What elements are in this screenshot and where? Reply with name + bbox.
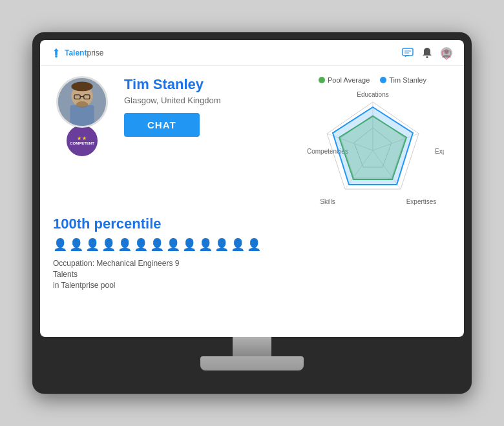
- svg-text:Skills: Skills: [320, 198, 335, 205]
- profile-name: Tim Stanley: [124, 76, 281, 93]
- logo-highlight: Talent: [65, 48, 87, 57]
- legend-pool-average: Pool Average: [319, 76, 370, 84]
- competent-badge: ★★ COMPETENT: [65, 124, 99, 157]
- svg-text:Experiences: Experiences: [435, 148, 444, 155]
- person-icon: 👤: [85, 238, 100, 252]
- stand-neck: [233, 337, 271, 356]
- badge-label: COMPETENT: [70, 141, 94, 146]
- legend-label-pool: Pool Average: [328, 76, 370, 84]
- person-icon: 👤: [166, 238, 180, 252]
- svg-text:Expertises: Expertises: [406, 198, 436, 205]
- svg-text:Educations: Educations: [357, 91, 388, 98]
- svg-point-5: [426, 56, 428, 58]
- legend-dot-tim: [380, 77, 386, 83]
- person-icon: 👤: [231, 238, 245, 252]
- avatar-person: [58, 78, 106, 126]
- person-icon: 👤: [247, 238, 261, 252]
- svg-point-15: [76, 101, 89, 107]
- radar-chart: Educations Experiences Expertises Skills…: [302, 89, 444, 215]
- svg-rect-9: [70, 105, 94, 128]
- profile-location: Glasgow, United Kingdom: [124, 96, 281, 105]
- people-icons: 👤 👤 👤 👤 👤 👤 👤 👤 👤 👤 👤 👤 👤: [53, 238, 451, 252]
- percentile-section: 100th percentile 👤 👤 👤 👤 👤 👤 👤 👤 👤 👤: [53, 216, 451, 290]
- person-icon: 👤: [118, 238, 132, 252]
- logo: Talentprise: [50, 47, 103, 59]
- stand-base: [200, 356, 304, 370]
- bottom-section: 100th percentile 👤 👤 👤 👤 👤 👤 👤 👤 👤 👤: [53, 216, 451, 290]
- monitor: Talentprise: [32, 32, 472, 394]
- person-icon: 👤: [182, 238, 196, 252]
- legend-label-tim: Tim Stanley: [389, 76, 426, 84]
- profile-left: ★★ COMPETENT: [53, 76, 111, 157]
- chat-bubble-icon[interactable]: [401, 46, 415, 60]
- top-section: ★★ COMPETENT Tim Stanley Glasgow, United…: [53, 76, 451, 205]
- legend-dot-pool: [319, 77, 325, 83]
- badge-stars: ★★: [77, 136, 87, 141]
- person-icon: 👤: [69, 238, 83, 252]
- profile-info: Tim Stanley Glasgow, United Kingdom CHAT: [124, 76, 281, 137]
- person-icon: 👤: [215, 238, 229, 252]
- person-icon: 👤: [198, 238, 213, 252]
- svg-marker-0: [54, 48, 58, 55]
- person-icon: 👤: [134, 238, 148, 252]
- svg-marker-30: [333, 107, 413, 185]
- avatar: [56, 76, 108, 128]
- favorite-icon[interactable]: ♡: [441, 48, 452, 63]
- radar-wrapper: Educations Experiences Expertises Skills…: [302, 89, 444, 205]
- screen: Talentprise: [40, 40, 464, 337]
- person-icon: 👤: [101, 238, 116, 252]
- chat-button[interactable]: CHAT: [124, 113, 200, 137]
- legend-tim-stanley: Tim Stanley: [380, 76, 426, 84]
- header: Talentprise: [40, 40, 464, 66]
- person-icon: 👤: [53, 238, 67, 252]
- svg-point-11: [71, 82, 92, 92]
- occupation-text: Occupation: Mechanical Engineers 9 Talen…: [53, 258, 182, 290]
- main-content: ♡: [40, 66, 464, 337]
- logo-icon: [50, 47, 62, 59]
- legend: Pool Average Tim Stanley: [319, 76, 426, 84]
- logo-text: Talentprise: [65, 48, 103, 57]
- radar-section: Pool Average Tim Stanley Educations Expe…: [294, 76, 451, 205]
- percentile-title: 100th percentile: [53, 216, 451, 232]
- svg-rect-2: [403, 48, 413, 56]
- person-icon: 👤: [150, 238, 164, 252]
- svg-point-1: [55, 55, 58, 57]
- bell-icon[interactable]: [420, 46, 434, 60]
